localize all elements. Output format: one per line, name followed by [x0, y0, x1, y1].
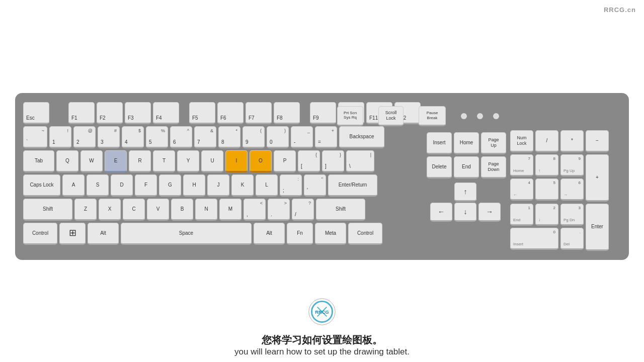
key-num-slash[interactable]: /	[535, 130, 558, 152]
key-v[interactable]: V	[147, 199, 169, 221]
key-alt-right[interactable]: Alt	[254, 223, 285, 245]
key-arrow-right[interactable]: →	[478, 203, 501, 222]
key-page-down[interactable]: PageDown	[481, 156, 506, 178]
key-f2[interactable]: F2	[97, 102, 123, 124]
key-page-up[interactable]: PageUp	[481, 132, 506, 154]
key-num-7[interactable]: 7 Home	[510, 154, 533, 176]
key-num-2[interactable]: 2 ↓	[535, 204, 558, 226]
key-f6[interactable]: F6	[217, 102, 244, 124]
key-period[interactable]: >.	[268, 199, 290, 221]
key-num-8[interactable]: 8 ↑	[535, 154, 558, 176]
key-caps-lock[interactable]: Caps Lock	[23, 174, 60, 197]
key-d[interactable]: D	[111, 174, 133, 197]
key-bracket-right[interactable]: }]	[322, 150, 344, 172]
key-f3[interactable]: F3	[125, 102, 151, 124]
key-shift-left[interactable]: Shift	[23, 199, 72, 221]
key-scroll-lock[interactable]: ScrollLock	[378, 106, 404, 126]
key-q[interactable]: Q	[56, 150, 78, 172]
key-delete[interactable]: Delete	[427, 156, 452, 178]
key-fn[interactable]: Fn	[287, 223, 313, 245]
key-z[interactable]: Z	[74, 199, 97, 221]
key-meta[interactable]: Meta	[315, 223, 346, 245]
key-0[interactable]: )0	[267, 126, 289, 148]
key-minus[interactable]: _-	[291, 126, 313, 148]
key-esc[interactable]: Esc	[23, 102, 49, 124]
key-num-enter[interactable]: Enter	[586, 204, 609, 251]
key-tab[interactable]: Tab	[23, 150, 54, 172]
key-g[interactable]: G	[159, 174, 181, 197]
key-f[interactable]: F	[135, 174, 157, 197]
key-k[interactable]: K	[231, 174, 254, 197]
key-home[interactable]: Home	[454, 132, 479, 154]
key-p[interactable]: P	[274, 150, 296, 172]
key-w[interactable]: W	[80, 150, 103, 172]
key-num-1[interactable]: 1 End	[510, 204, 533, 226]
key-num-asterisk[interactable]: *	[560, 130, 584, 152]
key-f9[interactable]: F9	[310, 102, 336, 124]
key-f4[interactable]: F4	[153, 102, 179, 124]
key-num-0[interactable]: 0 Insert	[510, 228, 558, 250]
key-3[interactable]: #3	[98, 126, 120, 148]
key-x[interactable]: X	[99, 199, 121, 221]
key-quote[interactable]: "'	[304, 174, 326, 197]
key-backslash[interactable]: |\	[346, 150, 374, 172]
key-semicolon[interactable]: :;	[280, 174, 302, 197]
key-9[interactable]: (9	[243, 126, 265, 148]
key-num-dot[interactable]: . Del	[560, 228, 584, 250]
key-6[interactable]: ^6	[170, 126, 192, 148]
key-f5[interactable]: F5	[189, 102, 215, 124]
key-num-3[interactable]: 3 Pg Dn	[560, 204, 584, 226]
key-end[interactable]: End	[454, 156, 479, 178]
key-2[interactable]: @2	[73, 126, 96, 148]
key-enter[interactable]: Enter/Return	[328, 174, 377, 197]
key-arrow-down[interactable]: ↓	[454, 203, 476, 222]
key-a[interactable]: A	[62, 174, 85, 197]
key-bracket-left[interactable]: {[	[298, 150, 320, 172]
key-windows[interactable]: ⊞	[59, 223, 86, 245]
key-f8[interactable]: F8	[274, 102, 300, 124]
key-u[interactable]: U	[201, 150, 223, 172]
key-4[interactable]: $4	[122, 126, 144, 148]
key-control-right[interactable]: Control	[348, 223, 382, 245]
key-space[interactable]: Space	[121, 223, 252, 245]
key-b[interactable]: B	[171, 199, 193, 221]
key-comma[interactable]: <,	[244, 199, 266, 221]
key-t[interactable]: T	[153, 150, 175, 172]
key-l[interactable]: L	[256, 174, 278, 197]
key-5[interactable]: %5	[146, 126, 168, 148]
key-i[interactable]: I	[225, 150, 248, 172]
key-e[interactable]: E	[105, 150, 127, 172]
key-slash[interactable]: ?/	[292, 199, 314, 221]
key-num-lock[interactable]: NumLock	[510, 130, 533, 152]
key-m[interactable]: M	[219, 199, 242, 221]
key-num-5[interactable]: 5	[535, 178, 558, 201]
key-prtscn[interactable]: Prt ScnSys Rq	[337, 106, 363, 126]
key-backspace[interactable]: Backspace	[339, 126, 384, 148]
key-y[interactable]: Y	[177, 150, 199, 172]
key-num-9[interactable]: 9 Pg Up	[560, 154, 584, 176]
key-r[interactable]: R	[129, 150, 151, 172]
key-shift-right[interactable]: Shift	[316, 199, 365, 221]
key-o[interactable]: O	[250, 150, 272, 172]
key-num-6[interactable]: 6 →	[560, 178, 584, 201]
key-insert[interactable]: Insert	[427, 132, 452, 154]
key-pause[interactable]: PauseBreak	[419, 106, 446, 126]
key-h[interactable]: H	[183, 174, 205, 197]
key-arrow-up[interactable]: ↑	[454, 183, 476, 202]
key-1[interactable]: !1	[49, 126, 71, 148]
key-tilde[interactable]: ~`	[23, 126, 47, 148]
key-num-minus[interactable]: −	[586, 130, 609, 152]
key-equals[interactable]: +=	[315, 126, 337, 148]
key-7[interactable]: &7	[194, 126, 216, 148]
key-f1[interactable]: F1	[68, 102, 95, 124]
key-control-left[interactable]: Control	[23, 223, 57, 245]
key-s[interactable]: S	[87, 174, 109, 197]
key-f7[interactable]: F7	[246, 102, 272, 124]
key-arrow-left[interactable]: ←	[430, 203, 452, 222]
key-j[interactable]: J	[207, 174, 229, 197]
key-num-plus[interactable]: +	[586, 154, 609, 202]
key-8[interactable]: *8	[218, 126, 240, 148]
key-num-4[interactable]: 4 ←	[510, 178, 533, 201]
key-c[interactable]: C	[123, 199, 145, 221]
key-n[interactable]: N	[195, 199, 217, 221]
